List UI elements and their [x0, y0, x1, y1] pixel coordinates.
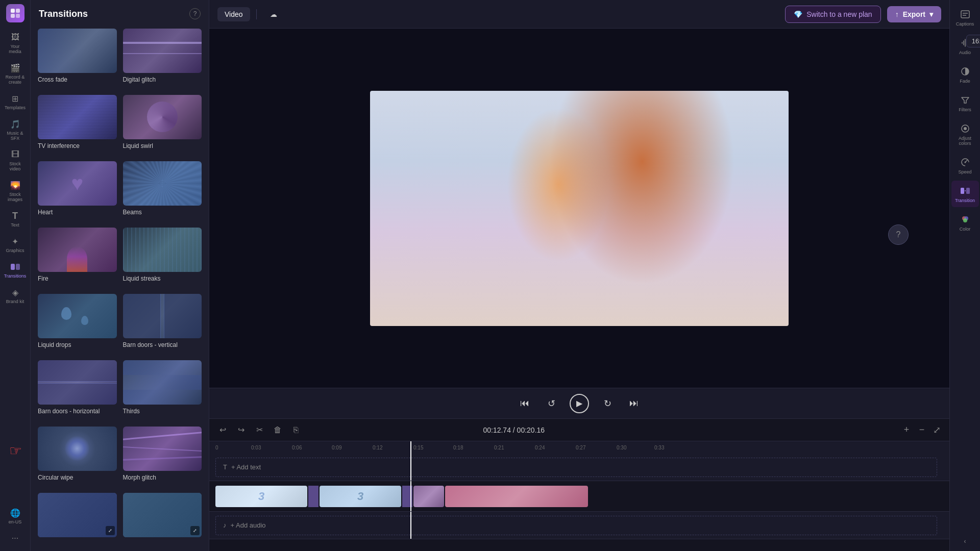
right-sidebar-captions[interactable]: Captions	[951, 4, 979, 31]
transition-circular-wipe[interactable]: Circular wipe	[35, 423, 120, 490]
sidebar-label-brand: Brand kit	[6, 299, 24, 304]
duplicate-button[interactable]: ⎘	[289, 423, 303, 437]
color-icon	[959, 213, 971, 226]
ruler-0: 0	[215, 445, 218, 450]
ruler-6: 0:06	[292, 445, 302, 450]
transition-name-morph-glitch: Morph glitch	[123, 474, 202, 481]
transition-morph-glitch[interactable]: Morph glitch	[120, 423, 205, 490]
transition-thumb-barn-vertical	[123, 294, 202, 338]
transition-unknown2[interactable]: ⤢	[120, 490, 205, 549]
right-sidebar-speed[interactable]: Speed	[951, 152, 979, 179]
transition-barn-horizontal[interactable]: Barn doors - horizontal	[35, 357, 120, 423]
transition-liquid-swirl[interactable]: Liquid swirl	[120, 92, 205, 158]
transitions-help-icon[interactable]: ?	[189, 8, 201, 19]
sidebar-item-stock-images[interactable]: 🌄 Stock images	[2, 177, 29, 205]
transition-unknown1[interactable]: ⤢	[35, 490, 120, 549]
transition-beams[interactable]: Beams	[120, 158, 205, 224]
right-sidebar-color[interactable]: Color	[951, 209, 979, 236]
upload-icon: ↑	[895, 10, 899, 18]
ruler-21: 0:21	[494, 445, 504, 450]
skip-to-start-button[interactable]: ⏮	[517, 395, 533, 412]
sidebar-item-text[interactable]: T Text	[2, 207, 29, 231]
forward-button[interactable]: ↻	[599, 395, 616, 412]
sidebar-label-stock-video: Stock video	[4, 161, 27, 171]
clip-1[interactable]: 3	[215, 486, 307, 507]
fit-timeline-button[interactable]: ⤢	[931, 424, 943, 436]
svg-rect-1	[16, 9, 20, 13]
transition-thumb-fire	[38, 228, 117, 272]
skip-to-end-button[interactable]: ⏭	[626, 395, 642, 412]
text-track-icon: T	[223, 463, 227, 471]
tab-captions-cloud[interactable]: ☁	[263, 7, 284, 21]
playhead-line[interactable]	[410, 441, 411, 454]
transition-tv-interference[interactable]: TV interference	[35, 92, 120, 158]
help-bubble[interactable]: ?	[888, 224, 909, 245]
clip-2[interactable]: 3	[320, 486, 401, 507]
svg-rect-4	[11, 264, 15, 270]
sidebar-item-graphics[interactable]: ✦ Graphics	[2, 233, 29, 256]
sidebar-item-more[interactable]: ···	[2, 530, 29, 547]
sidebar-item-language[interactable]: 🌐 en-US	[2, 504, 29, 528]
ruler-18: 0:18	[453, 445, 463, 450]
transition-barn-vertical[interactable]: Barn doors - vertical	[120, 291, 205, 357]
transition-marker-1[interactable]	[308, 486, 318, 507]
transitions-header: Transitions ?	[31, 0, 209, 23]
delete-button[interactable]: 🗑	[271, 423, 285, 437]
transition-liquid-streaks[interactable]: Liquid streaks	[120, 224, 205, 291]
right-sidebar: Captions Audio Fade Filters	[949, 0, 980, 551]
right-sidebar-collapse-button[interactable]: ‹	[962, 536, 968, 547]
transition-fire[interactable]: Fire	[35, 224, 120, 291]
rewind-button[interactable]: ↺	[543, 395, 559, 412]
sidebar-item-transitions[interactable]: Transitions	[2, 258, 29, 282]
add-audio-button[interactable]: ♪ + Add audio	[215, 516, 937, 535]
sidebar-item-stock-video[interactable]: 🎞 Stock video	[2, 146, 29, 174]
music-icon: 🎵	[10, 118, 21, 130]
clip-4[interactable]	[445, 486, 588, 507]
transition-thumb-cross-fade	[38, 29, 117, 73]
captions-label: Captions	[956, 21, 974, 27]
transition-name-heart: Heart	[38, 209, 117, 216]
redo-button[interactable]: ↪	[234, 423, 248, 437]
video-preview	[370, 91, 789, 326]
right-sidebar-fade[interactable]: Fade	[951, 61, 979, 88]
expand-icon-2[interactable]: ⤢	[190, 526, 200, 535]
sidebar-item-record[interactable]: 🎬 Record & create	[2, 59, 29, 88]
brand-icon: ◈	[10, 287, 21, 298]
export-button[interactable]: ↑ Export ▾	[887, 6, 941, 22]
transition-name-tv-interference: TV interference	[38, 142, 117, 149]
right-sidebar-transition[interactable]: Transition	[951, 181, 979, 207]
play-button[interactable]: ▶	[570, 394, 589, 413]
right-sidebar-adjust[interactable]: Adjust colors	[951, 118, 979, 150]
transition-heart[interactable]: ♥ Heart	[35, 158, 120, 224]
sidebar-item-media[interactable]: 🖼 Your media	[2, 29, 29, 57]
clip-3[interactable]	[413, 486, 444, 507]
zoom-in-button[interactable]: +	[900, 424, 913, 436]
transition-liquid-drops[interactable]: Liquid drops	[35, 291, 120, 357]
expand-icon-1[interactable]: ⤢	[106, 526, 115, 535]
ruler-3: 0:03	[251, 445, 261, 450]
add-audio-label: + Add audio	[231, 521, 266, 529]
svg-rect-0	[11, 9, 15, 13]
zoom-out-button[interactable]: −	[916, 424, 928, 436]
upgrade-button[interactable]: 💎 Switch to a new plan	[785, 6, 880, 23]
right-sidebar-filters[interactable]: Filters	[951, 90, 979, 116]
stock-video-icon: 🎞	[10, 149, 21, 160]
more-icon: ···	[10, 533, 21, 544]
sidebar-item-music[interactable]: 🎵 Music & SFX	[2, 115, 29, 144]
sidebar-label-media: Your media	[4, 44, 27, 54]
sidebar-item-brand[interactable]: ◈ Brand kit	[2, 284, 29, 307]
transition-cross-fade[interactable]: Cross fade	[35, 26, 120, 92]
transition-digital-glitch[interactable]: Digital glitch	[120, 26, 205, 92]
export-chevron-icon: ▾	[929, 10, 933, 18]
sidebar-item-templates[interactable]: ⊞ Templates	[2, 90, 29, 113]
add-text-button[interactable]: T + Add text	[215, 458, 937, 477]
aspect-ratio-badge[interactable]: 16:9	[966, 35, 980, 47]
app-logo[interactable]	[6, 4, 24, 22]
sidebar-label-record: Record & create	[4, 74, 27, 85]
svg-rect-2	[11, 14, 15, 18]
cut-button[interactable]: ✂	[252, 423, 266, 437]
main-content: Video ☁ 💎 Switch to a new plan ↑ Export …	[209, 0, 949, 551]
transition-thirds[interactable]: Thirds	[120, 357, 205, 423]
undo-button[interactable]: ↩	[215, 423, 230, 437]
tab-video[interactable]: Video	[217, 7, 250, 21]
